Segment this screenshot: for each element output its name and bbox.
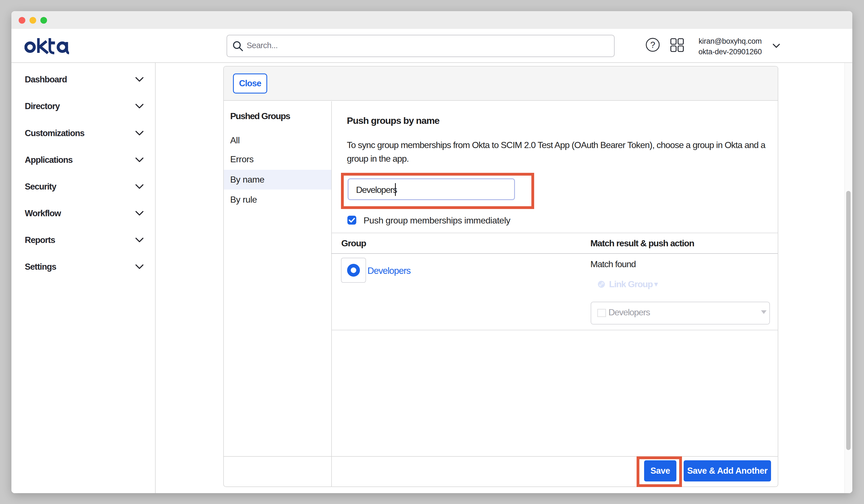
svg-text:?: ? bbox=[650, 40, 655, 50]
